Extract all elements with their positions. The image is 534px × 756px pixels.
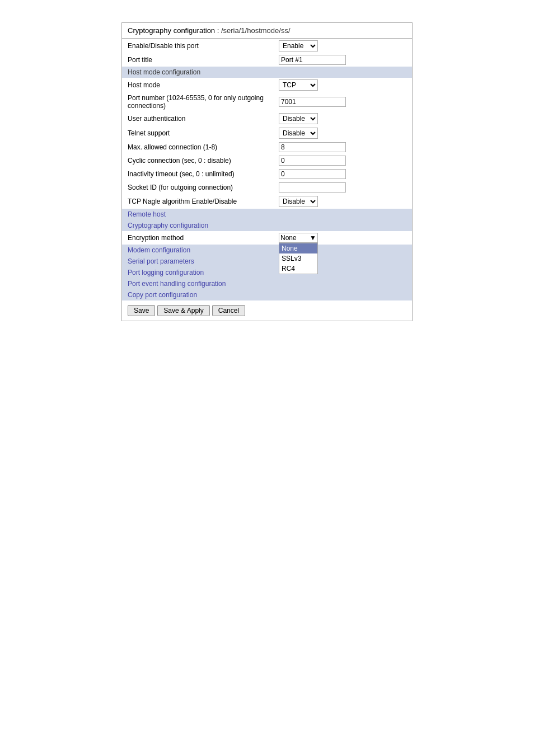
inactivity-label: Inactivity timeout (sec, 0 : unlimited) (128, 170, 279, 178)
enable-disable-control[interactable]: Enable Disable (279, 40, 406, 51)
encryption-dropdown-list[interactable]: None SSLv3 RC4 (279, 243, 318, 274)
user-auth-control[interactable]: Disable Enable (279, 113, 406, 124)
port-logging-link[interactable]: Port logging configuration (128, 269, 204, 276)
copy-port-link[interactable]: Copy port configuration (128, 291, 197, 299)
cryptography-config-link[interactable]: Cryptography configuration (128, 222, 208, 229)
telnet-control[interactable]: Disable Enable (279, 128, 406, 139)
host-mode-row: Host mode TCP UDP (122, 78, 412, 92)
encryption-control[interactable]: None ▼ None SSLv3 RC4 (279, 233, 406, 243)
port-number-input[interactable] (279, 97, 346, 107)
host-mode-label: Host mode (128, 81, 279, 89)
max-conn-control[interactable] (279, 142, 406, 152)
host-mode-select[interactable]: TCP UDP (279, 79, 318, 91)
port-event-header: Port event handling configuration (122, 278, 412, 289)
modem-config-link[interactable]: Modem configuration (128, 246, 190, 254)
encryption-selected-value: None (280, 234, 297, 242)
tcp-nagle-row: TCP Nagle algorithm Enable/Disable Disab… (122, 194, 412, 209)
cyclic-conn-row: Cyclic connection (sec, 0 : disable) (122, 154, 412, 167)
user-auth-label: User authentication (128, 115, 279, 123)
socket-id-control[interactable] (279, 182, 406, 192)
socket-id-label: Socket ID (for outgoing connection) (128, 184, 279, 191)
user-auth-row: User authentication Disable Enable (122, 111, 412, 126)
socket-id-input[interactable] (279, 182, 346, 192)
port-logging-header: Port logging configuration (122, 267, 412, 278)
dropdown-arrow-icon: ▼ (310, 234, 316, 242)
user-auth-select[interactable]: Disable Enable (279, 113, 318, 124)
tcp-nagle-select[interactable]: Disable Enable (279, 196, 318, 207)
cyclic-conn-label: Cyclic connection (sec, 0 : disable) (128, 157, 279, 165)
cancel-button[interactable]: Cancel (212, 305, 245, 316)
enable-disable-select[interactable]: Enable Disable (279, 40, 318, 51)
inactivity-input[interactable] (279, 169, 346, 179)
port-number-label: Port number (1024-65535, 0 for only outg… (128, 94, 279, 110)
telnet-label: Telnet support (128, 129, 279, 137)
inactivity-control[interactable] (279, 169, 406, 179)
host-mode-config-header: Host mode configuration (122, 67, 412, 78)
tcp-nagle-label: TCP Nagle algorithm Enable/Disable (128, 198, 279, 205)
socket-id-row: Socket ID (for outgoing connection) (122, 181, 412, 194)
encryption-dropdown-trigger[interactable]: None ▼ (279, 233, 318, 243)
panel-title-text: Cryptography configuration : (128, 26, 219, 35)
encryption-dropdown-container[interactable]: None ▼ None SSLv3 RC4 (279, 233, 318, 243)
save-button[interactable]: Save (128, 305, 155, 316)
encryption-option-rc4[interactable]: RC4 (279, 264, 317, 274)
port-title-control[interactable] (279, 55, 406, 65)
encryption-label: Encryption method (128, 234, 279, 242)
telnet-row: Telnet support Disable Enable (122, 126, 412, 140)
cryptography-config-header: Cryptography configuration (122, 220, 412, 231)
encryption-option-none[interactable]: None (279, 243, 317, 253)
remote-host-header: Remote host (122, 209, 412, 220)
host-mode-control[interactable]: TCP UDP (279, 79, 406, 91)
modem-config-header: Modem configuration (122, 245, 412, 256)
remote-host-link[interactable]: Remote host (128, 210, 166, 218)
tcp-nagle-control[interactable]: Disable Enable (279, 196, 406, 207)
port-number-row: Port number (1024-65535, 0 for only outg… (122, 92, 412, 111)
enable-disable-label: Enable/Disable this port (128, 42, 279, 50)
save-apply-button[interactable]: Save & Apply (157, 305, 209, 316)
cyclic-conn-control[interactable] (279, 156, 406, 166)
port-number-control[interactable] (279, 97, 406, 107)
inactivity-row: Inactivity timeout (sec, 0 : unlimited) (122, 167, 412, 181)
max-conn-input[interactable] (279, 142, 346, 152)
panel-title: Cryptography configuration : /seria/1/ho… (122, 23, 412, 39)
copy-port-header: Copy port configuration (122, 289, 412, 300)
port-title-label: Port title (128, 56, 279, 64)
buttons-row: Save Save & Apply Cancel (122, 300, 412, 321)
port-title-input[interactable] (279, 55, 346, 65)
panel-path: /seria/1/hostmode/ss/ (221, 26, 291, 35)
serial-port-params-link[interactable]: Serial port parameters (128, 257, 194, 265)
port-event-link[interactable]: Port event handling configuration (128, 280, 226, 288)
serial-port-params-header: Serial port parameters (122, 256, 412, 267)
telnet-select[interactable]: Disable Enable (279, 128, 318, 139)
enable-disable-row: Enable/Disable this port Enable Disable (122, 39, 412, 53)
encryption-row: Encryption method None ▼ None SSLv3 RC4 (122, 231, 412, 245)
port-title-row: Port title (122, 53, 412, 67)
max-conn-label: Max. allowed connection (1-8) (128, 143, 279, 151)
max-conn-row: Max. allowed connection (1-8) (122, 140, 412, 154)
cyclic-conn-input[interactable] (279, 156, 346, 166)
encryption-option-sslv3[interactable]: SSLv3 (279, 253, 317, 264)
